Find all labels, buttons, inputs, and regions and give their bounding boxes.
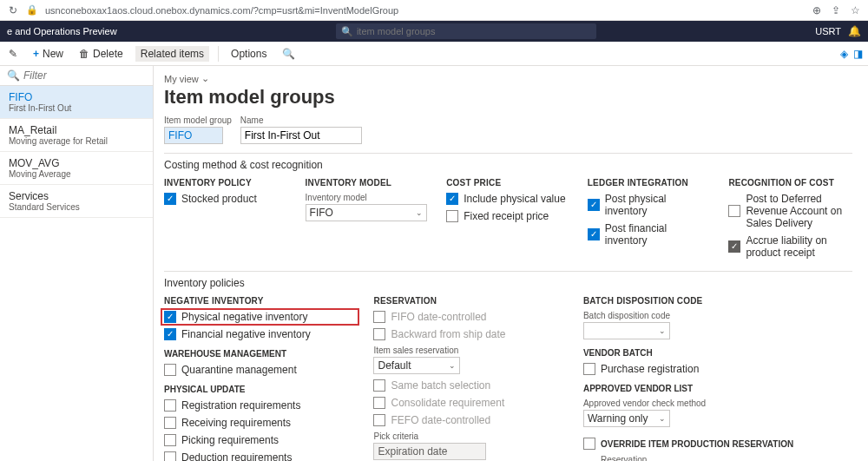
batch-disp-select[interactable]: ⌄	[583, 322, 670, 339]
deferred-label: Post to Deferred Revenue Account on Sale…	[746, 193, 852, 229]
sidebar-item-sub: Moving Average	[9, 169, 144, 179]
inventory-model-heading: INVENTORY MODEL	[306, 178, 430, 188]
override-reservation-checkbox[interactable]: OVERRIDE ITEM PRODUCTION RESERVATION	[583, 438, 852, 450]
warehouse-heading: WAREHOUSE MANAGEMENT	[164, 349, 356, 359]
consolidate-checkbox[interactable]: Consolidate requirement	[373, 397, 565, 409]
accrue-label: Accrue liability on product receipt	[746, 234, 852, 259]
fasttab-costing[interactable]: Costing method & cost recognition	[164, 153, 852, 175]
bell-icon[interactable]: 🔔	[848, 25, 861, 37]
search-button[interactable]: 🔍	[279, 46, 299, 62]
purchase-reg-label: Purchase registration	[601, 363, 699, 375]
fefo-checkbox[interactable]: FEFO date-controlled	[373, 414, 565, 426]
sidebar-item-main: FIFO	[9, 91, 144, 103]
approved-vendor-label: Approved vendor check method	[583, 398, 852, 408]
receiving-req-checkbox[interactable]: Receiving requirements	[164, 417, 356, 429]
chevron-down-icon: ⌄	[449, 361, 456, 370]
filter-input[interactable]	[23, 69, 146, 82]
ded-req-label: Deduction requirements	[181, 451, 292, 461]
quarantine-checkbox[interactable]: Quarantine management	[164, 364, 356, 376]
content-area: My view⌄ Item model groups Item model gr…	[154, 66, 868, 461]
reservation-label: Reservation	[601, 455, 852, 461]
new-label: New	[43, 48, 63, 60]
share-icon[interactable]: ⇪	[830, 4, 842, 16]
stocked-label: Stocked product	[181, 193, 257, 205]
filter-box[interactable]: 🔍	[0, 66, 153, 86]
fin-neg-label: Financial negative inventory	[181, 328, 311, 340]
backward-checkbox[interactable]: Backward from ship date	[373, 328, 565, 340]
physical-negative-checkbox[interactable]: ✓Physical negative inventory	[164, 311, 356, 323]
registration-req-checkbox[interactable]: Registration requirements	[164, 399, 356, 412]
fixed-receipt-checkbox[interactable]: Fixed receipt price	[446, 210, 570, 222]
same-batch-checkbox[interactable]: Same batch selection	[373, 379, 565, 392]
list-sidebar: 🔍 FIFO First In-First Out MA_Retail Movi…	[0, 66, 154, 461]
approved-vendor-select[interactable]: Warning only⌄	[583, 410, 670, 427]
deduction-req-checkbox[interactable]: Deduction requirements	[164, 451, 356, 461]
view-selector[interactable]: My view⌄	[164, 73, 852, 84]
global-search-input[interactable]	[357, 26, 591, 36]
cost-price-heading: COST PRICE	[446, 178, 570, 188]
fifo-date-label: FIFO date-controlled	[391, 311, 486, 323]
pick-criteria-label: Pick criteria	[373, 431, 565, 441]
inventory-policy-heading: INVENTORY POLICY	[164, 178, 288, 188]
item-sales-select[interactable]: Default⌄	[373, 357, 460, 374]
recognition-heading: RECOGNITION OF COST	[728, 178, 852, 188]
inventory-model-select[interactable]: FIFO⌄	[306, 204, 427, 221]
sidebar-item-main: MOV_AVG	[9, 157, 144, 169]
name-input[interactable]	[240, 127, 362, 144]
post-physical-label: Post physical inventory	[605, 193, 712, 217]
name-label: Name	[240, 115, 362, 125]
inventory-model-label: Inventory model	[306, 193, 430, 202]
override-label: OVERRIDE ITEM PRODUCTION RESERVATION	[601, 439, 793, 449]
delete-button[interactable]: 🗑Delete	[76, 46, 127, 62]
url-text: usnconeboxax1aos.cloud.onebox.dynamics.c…	[45, 5, 804, 16]
company-code[interactable]: USRT	[815, 26, 841, 36]
global-search[interactable]: 🔍	[336, 23, 596, 39]
fifo-date-checkbox[interactable]: FIFO date-controlled	[373, 311, 565, 323]
item-sales-value: Default	[378, 359, 411, 372]
include-physical-checkbox[interactable]: ✓Include physical value	[446, 193, 570, 205]
financial-negative-checkbox[interactable]: ✓Financial negative inventory	[164, 328, 356, 340]
sidebar-item-main: MA_Retail	[9, 124, 144, 136]
reload-icon[interactable]: ↻	[7, 4, 19, 16]
sidebar-item-fifo[interactable]: FIFO First In-First Out	[0, 86, 153, 119]
accrue-liability-checkbox[interactable]: ✓Accrue liability on product receipt	[728, 234, 852, 259]
options-tab[interactable]: Options	[227, 46, 270, 62]
sidebar-item-services[interactable]: Services Standard Services	[0, 185, 153, 218]
stocked-product-checkbox[interactable]: ✓Stocked product	[164, 193, 288, 205]
fasttab-inventory-policies[interactable]: Inventory policies	[164, 271, 852, 293]
pick-criteria-select[interactable]: Expiration date	[373, 443, 486, 460]
zoom-icon[interactable]: ⊕	[811, 4, 823, 16]
app-topbar: e and Operations Preview 🔍 USRT 🔔	[0, 21, 868, 42]
related-items-tab[interactable]: Related items	[135, 46, 209, 62]
vendor-batch-heading: VENDOR BATCH	[583, 348, 852, 358]
sidebar-item-sub: Standard Services	[9, 202, 144, 212]
search-icon: 🔍	[282, 48, 295, 60]
include-physical-label: Include physical value	[464, 193, 565, 205]
sidebar-item-ma-retail[interactable]: MA_Retail Moving average for Retail	[0, 119, 153, 152]
deferred-revenue-checkbox[interactable]: Post to Deferred Revenue Account on Sale…	[728, 193, 852, 229]
purchase-reg-checkbox[interactable]: Purchase registration	[583, 363, 852, 375]
plus-icon: +	[33, 48, 39, 60]
divider	[218, 46, 219, 62]
post-financial-checkbox[interactable]: ✓Post financial inventory	[588, 222, 712, 247]
reservation-heading: RESERVATION	[373, 296, 565, 306]
reg-req-label: Registration requirements	[181, 399, 300, 412]
edit-button[interactable]: ✎	[5, 46, 21, 62]
group-label: Item model group	[164, 115, 232, 125]
fixed-receipt-label: Fixed receipt price	[464, 210, 549, 222]
picking-req-checkbox[interactable]: Picking requirements	[164, 434, 356, 446]
sidebar-toggle-icon[interactable]: ◨	[853, 48, 863, 60]
filter-icon: 🔍	[7, 69, 20, 82]
diamond-icon[interactable]: ◈	[840, 48, 848, 60]
view-label: My view	[164, 74, 199, 84]
new-button[interactable]: +New	[30, 46, 67, 62]
approved-vendor-value: Warning only	[588, 412, 648, 425]
chevron-down-icon: ⌄	[201, 73, 209, 84]
group-input[interactable]	[164, 127, 223, 144]
recv-req-label: Receiving requirements	[181, 417, 291, 429]
star-icon[interactable]: ☆	[849, 4, 861, 16]
post-physical-checkbox[interactable]: ✓Post physical inventory	[588, 193, 712, 217]
delete-label: Delete	[93, 48, 123, 60]
page-title: Item model groups	[164, 86, 852, 109]
sidebar-item-mov-avg[interactable]: MOV_AVG Moving Average	[0, 152, 153, 185]
